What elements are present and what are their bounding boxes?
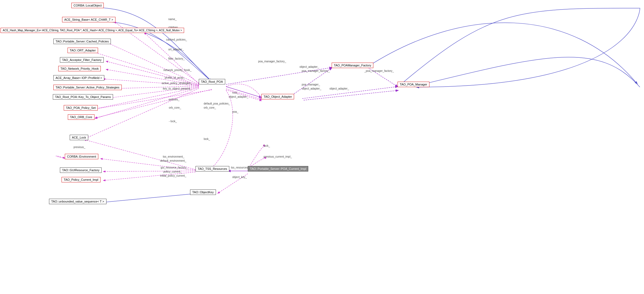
node-tao-policy-current[interactable]: TAO_Policy_Current_Impl [62, 177, 100, 182]
node-tao-orb-core[interactable]: TAO_ORB_Core [68, 114, 94, 120]
label-object-adapter4: object_adapter_ [329, 87, 349, 90]
label-filter-factory: filter_factory_ [168, 57, 185, 60]
label-orb-core2: orb_core_ [204, 106, 216, 109]
svg-line-16 [304, 90, 398, 100]
node-tao-portable-active[interactable]: TAO::Portable_Server::Active_Policy_Stra… [53, 85, 122, 90]
label-poa-manager-factory3: _poa_manager_factory_ [364, 69, 394, 72]
label-default-env: default_environment_ [160, 159, 186, 162]
label-lock3: lock_ [264, 144, 270, 147]
node-tao-ort-adapter[interactable]: TAO::ORT_Adapter [68, 48, 98, 53]
label-policy-current: policy_current_ [163, 170, 182, 173]
node-tao-tss-resources[interactable]: TAO_TSS_Resources [196, 166, 229, 171]
label-ort-adapter: ort_adapter_ [168, 48, 184, 51]
node-tao-acceptor-filter[interactable]: TAO_Acceptor_Filter_Factory [60, 57, 104, 63]
svg-line-18 [95, 89, 212, 118]
svg-line-27 [98, 194, 190, 203]
node-tao-gui-resource[interactable]: TAO::GUIResource_Factory [60, 167, 102, 173]
svg-line-21 [84, 140, 196, 170]
svg-line-3 [93, 52, 199, 85]
node-ace-array-base[interactable]: ACE_Array_Base< IOP::ProfileId > [53, 75, 104, 81]
label-cached-policies: cached_policies_ [166, 38, 187, 41]
label-poa-manager-factory: poa_manager_factory_ [258, 60, 286, 63]
label-policies: policies_ [169, 98, 179, 101]
node-tao-unbounded[interactable]: TAO::unbounded_value_sequence< T > [49, 199, 106, 204]
label-object-key: object_key_ [232, 176, 247, 179]
node-ace-string-base[interactable]: ACE_String_Base< ACE_CHAR_T > [62, 17, 115, 22]
node-tao-root-poa[interactable]: TAO_Root_POA [199, 79, 225, 84]
label-poa-manager-factory2: poa_manager_factory_ [302, 69, 330, 72]
node-tao-object-adapter[interactable]: TAO_Object_Adapter [261, 94, 294, 99]
label-object-adapter2: object_adapter_ [302, 87, 321, 90]
label-tss-env: tss_environment_ [163, 155, 184, 158]
label-poa: poa_ [232, 110, 238, 113]
node-corba-environment[interactable]: CORBA::Environment [65, 154, 98, 159]
node-tao-object-key[interactable]: TAO::ObjectKey [190, 189, 216, 195]
label-name: name_ [168, 18, 177, 21]
svg-line-10 [95, 88, 199, 118]
label-lock-dash: - lock_ [169, 120, 177, 123]
label-initial-policy: initial_policy_current_ [160, 174, 186, 177]
label-gui-resource: gui_resource_factory_ [161, 166, 188, 169]
svg-line-14 [289, 68, 332, 97]
node-tao-poa-manager-factory[interactable]: TAO_POAManager_Factory [332, 63, 373, 68]
label-root: root_ [232, 91, 239, 94]
node-tao-poa-manager[interactable]: TAO_POA_Manager [398, 82, 429, 87]
label-profile-id: profile_id_array_ [165, 76, 185, 79]
label-key-to-object: key_to_object_params_ [163, 87, 192, 90]
label-previous: previous_ [74, 146, 85, 149]
label-network-priority: network_priority_hook_ [163, 69, 191, 72]
connections-svg [0, 0, 644, 294]
node-tao-root-poa-key[interactable]: TAO_Root_POA::Key_To_Object_Params [53, 94, 113, 100]
label-object-adapter1: object_adapter_ [300, 65, 319, 68]
node-tao-portable-poa-current[interactable]: TAO::Portable_Server::POA_Current_Impl [248, 166, 308, 171]
label-orb-core: orb_core_ [169, 106, 181, 109]
node-corba-localobject[interactable]: CORBA::LocalObject [71, 3, 104, 8]
node-tao-poa-policy-set[interactable]: TAO_POA_Policy_Set [64, 105, 98, 111]
label-default-poa: default_poa_policies_ [204, 102, 230, 105]
label-lock2: lock_ [204, 137, 210, 140]
label-tss-resources: tss_resources_ [231, 166, 249, 169]
label-poa-manager: poa_manager_ [302, 83, 320, 86]
node-ace-lock[interactable]: ACE_Lock [70, 135, 88, 140]
label-active-policy: active_policy_strategies_ [162, 82, 192, 85]
node-tao-portable-cached[interactable]: TAO::Portable_Server::Cached_Policies [53, 39, 111, 44]
label-object-adapter3: object_adapter_ [229, 95, 248, 98]
node-ace-hash-map[interactable]: ACE_Hash_Map_Manager_Ex< ACE_CString, TA… [1, 28, 184, 33]
label-previous-current: previous_current_impl_ [264, 155, 292, 158]
node-tao-network-priority[interactable]: TAO_Network_Priority_Hook [58, 66, 101, 71]
dependency-diagram: CORBA::LocalObject ACE_String_Base< ACE_… [0, 0, 644, 294]
